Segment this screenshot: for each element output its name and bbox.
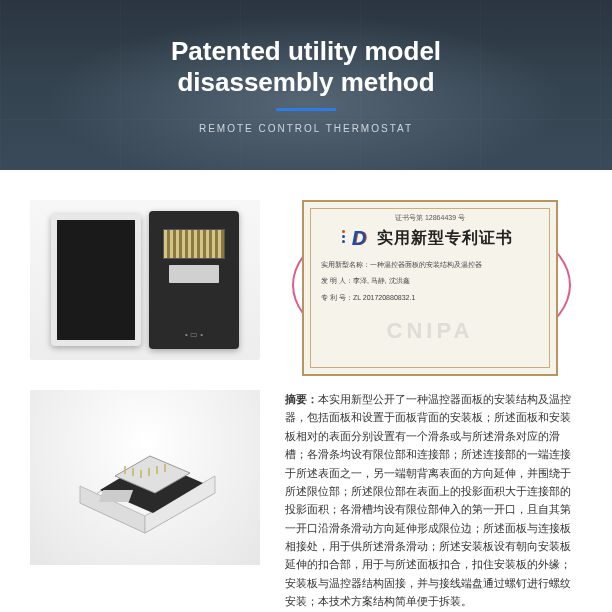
page-title: Patented utility model disassembly metho…: [146, 36, 466, 98]
patent-certificate: 证书号第 12864439 号 D 实用新型专利证书 实用新型名称：一种温控器面…: [290, 200, 570, 375]
device-back-view: • ▭ •: [149, 211, 239, 349]
page-subtitle: REMOTE CONTROL THERMOSTAT: [199, 123, 413, 134]
wiring-terminals: [163, 229, 225, 259]
title-line-2: disassembly method: [177, 67, 434, 97]
abstract-text: 摘要：本实用新型公开了一种温控器面板的安装结构及温控器，包括面板和设置于面板背面…: [285, 390, 575, 611]
cnipa-logo-icon: D: [347, 227, 371, 251]
certificate-line-3: 专 利 号：ZL 201720880832.1: [321, 293, 415, 304]
title-underline: [276, 108, 336, 111]
content-row-1: • ▭ • 证书号第 12864439 号 D 实用新型专利证书 实用新型名称：…: [0, 170, 612, 385]
certificate-title: 实用新型专利证书: [377, 228, 513, 249]
certificate-line-1: 实用新型名称：一种温控器面板的安装结构及温控器: [321, 260, 482, 271]
certificate-card: 证书号第 12864439 号 D 实用新型专利证书 实用新型名称：一种温控器面…: [302, 200, 558, 376]
thermostat-angle-photo: [30, 390, 260, 565]
abstract-column: 摘要：本实用新型公开了一种温控器面板的安装结构及温控器，包括面板和设置于面板背面…: [285, 390, 575, 612]
title-line-1: Patented utility model: [171, 36, 441, 66]
certificate-line-2: 发 明 人：李泽, 马静, 沈洪鑫: [321, 276, 410, 287]
svg-rect-11: [99, 490, 133, 502]
hero-banner: Patented utility model disassembly metho…: [0, 0, 612, 170]
abstract-heading: 摘要：: [285, 393, 318, 405]
mounting-indicators: • ▭ •: [185, 330, 203, 339]
content-row-2: 摘要：本实用新型公开了一种温控器面板的安装结构及温控器，包括面板和设置于面板背面…: [0, 385, 612, 612]
abstract-body: 本实用新型公开了一种温控器面板的安装结构及温控器，包括面板和设置于面板背面的安装…: [285, 393, 571, 607]
thermostat-front-back-photo: • ▭ •: [30, 200, 260, 360]
certificate-watermark: CNIPA: [387, 318, 474, 344]
certificate-number: 证书号第 12864439 号: [395, 213, 465, 223]
spec-label: [169, 265, 219, 283]
angle-view-illustration: [55, 408, 235, 548]
device-front-view: [51, 214, 141, 346]
